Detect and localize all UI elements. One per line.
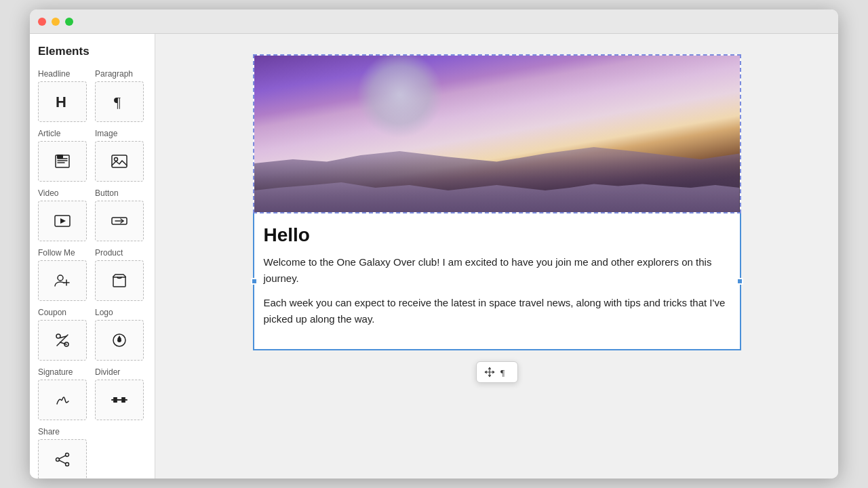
- coupon-label: Coupon: [38, 308, 66, 317]
- element-item-share: Share: [38, 427, 146, 479]
- svg-text:¶: ¶: [114, 94, 121, 110]
- element-row-5: Coupon: [38, 308, 146, 361]
- signature-label: Signature: [38, 367, 73, 377]
- video-button[interactable]: [38, 201, 87, 241]
- element-item-signature: Signature: [38, 367, 90, 420]
- follow-me-button[interactable]: [38, 260, 87, 301]
- selection-handle-right: [736, 278, 743, 285]
- paragraph-button[interactable]: ¶: [95, 81, 144, 122]
- video-label: Video: [38, 188, 58, 198]
- selection-handle-left: [251, 278, 258, 285]
- main-area: Elements Headline H Paragraph: [30, 34, 838, 479]
- paragraph-floating-icon: ¶: [498, 366, 511, 378]
- svg-rect-30: [121, 401, 125, 403]
- headline-button[interactable]: H: [38, 81, 87, 122]
- maximize-dot[interactable]: [65, 18, 73, 26]
- titlebar: [30, 9, 838, 34]
- element-item-article: Article: [38, 129, 90, 182]
- article-label: Article: [38, 129, 60, 138]
- element-item-follow-me: Follow Me: [38, 248, 90, 301]
- svg-rect-29: [113, 401, 117, 403]
- elements-grid: Headline H Paragraph ¶: [38, 69, 146, 479]
- logo-button[interactable]: [95, 320, 144, 361]
- canvas-paragraph-1: Welcome to the One Galaxy Over club! I a…: [264, 254, 730, 287]
- landscape-image: [254, 56, 740, 212]
- element-row-4: Follow Me Product: [38, 248, 146, 301]
- signature-icon: [53, 390, 72, 409]
- svg-text:H: H: [56, 94, 66, 110]
- headline-label: Headline: [38, 69, 70, 79]
- paragraph-icon: ¶: [110, 92, 129, 111]
- sidebar-title: Elements: [38, 45, 146, 58]
- button-icon: [110, 211, 129, 230]
- headline-icon: H: [53, 92, 72, 111]
- follow-me-label: Follow Me: [38, 248, 75, 258]
- image-icon: [110, 152, 129, 171]
- text-block[interactable]: Hello Welcome to the One Galaxy Over clu…: [253, 214, 741, 350]
- image-block[interactable]: [253, 54, 741, 214]
- coupon-icon: [53, 331, 72, 350]
- element-item-video: Video: [38, 188, 90, 241]
- minimize-dot[interactable]: [52, 18, 60, 26]
- element-row-6: Signature Divider: [38, 367, 146, 420]
- svg-rect-27: [113, 397, 117, 399]
- app-window: Elements Headline H Paragraph: [30, 9, 838, 479]
- element-item-divider: Divider: [95, 367, 146, 420]
- svg-point-25: [118, 339, 121, 342]
- sidebar: Elements Headline H Paragraph: [30, 34, 155, 479]
- canvas-paragraph-2: Each week you can expect to receive the …: [264, 295, 730, 327]
- divider-button[interactable]: [95, 380, 144, 420]
- svg-point-33: [56, 458, 60, 462]
- image-button[interactable]: [95, 141, 144, 182]
- share-icon: [53, 450, 72, 469]
- content-area: Hello Welcome to the One Galaxy Over clu…: [155, 34, 838, 479]
- video-icon: [53, 211, 72, 230]
- canvas-heading: Hello: [264, 224, 730, 246]
- floating-toolbar[interactable]: ¶: [476, 361, 518, 383]
- divider-icon: [110, 390, 129, 409]
- svg-marker-10: [60, 218, 66, 224]
- element-item-image: Image: [95, 129, 146, 182]
- element-row-3: Video Button: [38, 188, 146, 241]
- product-button[interactable]: [95, 260, 144, 301]
- share-label: Share: [38, 427, 60, 436]
- coupon-button[interactable]: [38, 320, 87, 361]
- element-item-headline: Headline H: [38, 69, 90, 122]
- image-label: Image: [95, 129, 117, 138]
- svg-rect-28: [121, 397, 125, 399]
- svg-point-8: [115, 158, 118, 161]
- svg-rect-6: [58, 155, 62, 158]
- element-row-1: Headline H Paragraph ¶: [38, 69, 146, 122]
- canvas: Hello Welcome to the One Galaxy Over clu…: [253, 54, 741, 350]
- logo-label: Logo: [95, 308, 113, 317]
- element-item-product: Product: [95, 248, 146, 301]
- svg-line-35: [59, 460, 65, 464]
- product-label: Product: [95, 248, 123, 258]
- element-item-button: Button: [95, 188, 146, 241]
- close-dot[interactable]: [38, 18, 46, 26]
- svg-line-34: [59, 455, 65, 459]
- button-label: Button: [95, 188, 119, 198]
- element-item-coupon: Coupon: [38, 308, 90, 361]
- signature-button[interactable]: [38, 380, 87, 420]
- paragraph-label: Paragraph: [95, 69, 133, 79]
- element-row-2: Article Image: [38, 129, 146, 182]
- product-icon: [110, 271, 129, 290]
- button-element-button[interactable]: [95, 201, 144, 241]
- article-icon: [53, 152, 72, 171]
- svg-point-32: [66, 463, 69, 466]
- follow-me-icon: [53, 271, 72, 290]
- share-button[interactable]: [38, 439, 87, 479]
- svg-point-31: [66, 453, 69, 457]
- element-row-7: Share: [38, 427, 146, 479]
- move-icon: [484, 366, 496, 378]
- svg-rect-7: [112, 155, 127, 167]
- element-item-paragraph: Paragraph ¶: [95, 69, 146, 122]
- article-button[interactable]: [38, 141, 87, 182]
- svg-point-13: [58, 275, 63, 281]
- element-item-logo: Logo: [95, 308, 146, 361]
- logo-icon: [110, 331, 129, 350]
- divider-label: Divider: [95, 367, 120, 377]
- svg-text:¶: ¶: [500, 367, 505, 378]
